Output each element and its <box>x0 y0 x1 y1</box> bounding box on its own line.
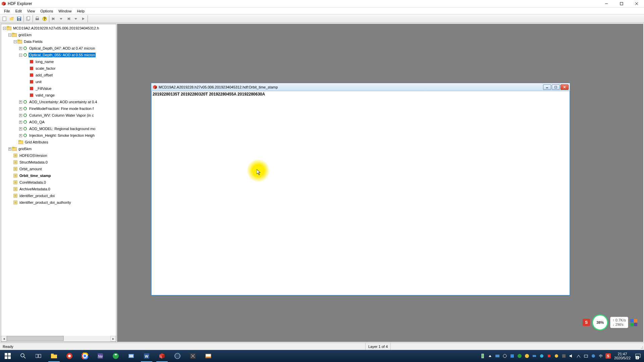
menu-options[interactable]: Options <box>38 8 56 14</box>
tray-network-icon[interactable] <box>583 350 589 362</box>
menu-window[interactable]: Window <box>56 8 74 14</box>
tray-icon[interactable] <box>575 350 582 362</box>
tray-icon[interactable] <box>509 350 516 362</box>
tree-identifier-doi-auth[interactable]: identifier_product_doi_authority <box>2 199 116 206</box>
tree-attr-scale-factor[interactable]: scale_factor <box>2 65 116 72</box>
menu-file[interactable]: File <box>1 8 13 14</box>
tray-icon[interactable] <box>553 350 560 362</box>
maximize-button[interactable] <box>614 0 629 7</box>
tree-h-scrollbar[interactable]: ◂ ▸ <box>1 336 116 342</box>
taskbar-app-1[interactable] <box>62 350 77 362</box>
taskbar-word[interactable]: W <box>139 350 154 362</box>
child-maximize-button[interactable] <box>552 84 560 90</box>
child-close-button[interactable] <box>560 84 569 90</box>
toolbar-down-button[interactable] <box>57 15 65 22</box>
tree-root[interactable]: − MCD19A2.A2019228.h27v05.006.2019234045… <box>2 25 116 32</box>
toolbar-save-button[interactable] <box>15 15 23 22</box>
tree-orbit-amount[interactable]: Orbit_amount <box>2 166 116 172</box>
tree-column-wv[interactable]: + Column_WV: Column Water Vapor (in c <box>2 112 116 119</box>
toolbar-down2-button[interactable] <box>72 15 79 22</box>
child-window[interactable]: MCD19A2.A2019228.h27v05.006.201923404531… <box>151 83 570 296</box>
expander-icon[interactable]: + <box>19 47 22 50</box>
toolbar-open-button[interactable] <box>8 15 15 22</box>
search-button[interactable] <box>15 350 31 362</box>
expander-icon[interactable]: + <box>19 121 22 124</box>
expander-icon[interactable]: + <box>19 127 22 130</box>
tray-icon[interactable] <box>538 350 545 362</box>
task-view-button[interactable] <box>31 350 46 362</box>
taskbar-app-6[interactable] <box>185 350 201 362</box>
tree-fine-mode[interactable]: + FineModeFraction: Fine mode fraction f <box>2 105 116 112</box>
sogou-widget-icon[interactable]: S <box>583 319 590 326</box>
expander-icon[interactable]: − <box>3 27 6 30</box>
tree-grid5km[interactable]: + grid5km <box>2 145 116 152</box>
toolbar-new-button[interactable] <box>1 15 8 22</box>
tree-attr-long-name[interactable]: long_name <box>2 58 116 65</box>
tree-attr-fill-value[interactable]: _FillValue <box>2 85 116 92</box>
scroll-track[interactable] <box>7 336 110 342</box>
expander-icon[interactable]: − <box>8 34 11 37</box>
toolbar-help-button[interactable]: ? <box>41 15 48 22</box>
tree-attr-unit[interactable]: unit <box>2 78 116 85</box>
taskbar-clock[interactable]: 21:47 2020/5/22 <box>612 352 633 360</box>
expander-icon[interactable]: + <box>19 101 22 104</box>
taskbar-hdf-explorer[interactable] <box>154 350 170 362</box>
tree-injection-height[interactable]: + Injection_Height: Smoke Injection Heig… <box>2 132 116 139</box>
tree-od-055[interactable]: − Optical_Depth_055: AOD at 0.55 micron <box>2 52 116 58</box>
taskbar-app-2[interactable]: Ne <box>93 350 108 362</box>
menu-edit[interactable]: Edit <box>13 8 24 14</box>
tree-archive-metadata[interactable]: ArchiveMetadata.0 <box>2 186 116 192</box>
expander-icon[interactable]: − <box>14 40 17 43</box>
child-titlebar[interactable]: MCD19A2.A2019228.h27v05.006.201923404531… <box>151 83 570 91</box>
toolbar-last-button[interactable] <box>65 15 72 22</box>
tree-identifier-doi[interactable]: identifier_product_doi <box>2 192 116 199</box>
tree-od-047[interactable]: + Optical_Depth_047: AOD at 0.47 micron <box>2 45 116 52</box>
tray-icon[interactable] <box>524 350 530 362</box>
tray-icon[interactable] <box>531 350 538 362</box>
resize-grip-icon[interactable] <box>637 343 644 350</box>
expander-icon[interactable]: − <box>19 54 22 57</box>
expander-icon[interactable]: + <box>19 107 22 110</box>
tray-expand-icon[interactable] <box>487 350 493 362</box>
tree-aod-uncertainty[interactable]: + AOD_Uncertainty: AOD uncertainty at 0.… <box>2 99 116 105</box>
menu-help[interactable]: Help <box>74 8 87 14</box>
tree-content[interactable]: − MCD19A2.A2019228.h27v05.006.2019234045… <box>1 24 116 336</box>
action-center-button[interactable]: 2 <box>633 350 643 362</box>
taskbar-app-4[interactable] <box>123 350 139 362</box>
taskbar-app-7[interactable] <box>201 350 216 362</box>
tray-battery-icon[interactable] <box>479 350 486 362</box>
toolbar-copy-button[interactable] <box>24 15 32 22</box>
tray-icon[interactable] <box>516 350 523 362</box>
tree-attr-valid-range[interactable]: valid_range <box>2 92 116 99</box>
scroll-left-button[interactable]: ◂ <box>1 336 7 342</box>
tree-core-metadata[interactable]: CoreMetadata.0 <box>2 179 116 186</box>
taskbar-app-5[interactable] <box>170 350 185 362</box>
toolbar-first-button[interactable] <box>50 15 57 22</box>
tray-icon[interactable] <box>501 350 508 362</box>
color-grid-widget[interactable] <box>630 319 637 326</box>
tray-volume-icon[interactable] <box>568 350 575 362</box>
tray-sogou-icon[interactable]: S <box>605 350 611 362</box>
start-button[interactable] <box>0 350 15 362</box>
network-speed-widget[interactable]: ↑ 0.7K/s ↓ 2M/s <box>610 317 628 328</box>
menu-view[interactable]: View <box>24 8 38 14</box>
scroll-right-button[interactable]: ▸ <box>110 336 116 342</box>
tree-hdfeos-version[interactable]: HDFEOSVersion <box>2 152 116 159</box>
taskbar-file-explorer[interactable] <box>46 350 62 362</box>
expander-icon[interactable]: + <box>19 134 22 137</box>
tree-aod-qa[interactable]: + AOD_QA <box>2 119 116 125</box>
scroll-thumb[interactable] <box>7 336 64 341</box>
close-button[interactable] <box>629 0 644 7</box>
expander-icon[interactable]: + <box>8 147 11 150</box>
child-minimize-button[interactable] <box>543 84 551 90</box>
tray-icon[interactable] <box>560 350 567 362</box>
tree-data-fields[interactable]: − Data Fields <box>2 38 116 45</box>
tray-icon[interactable] <box>590 350 597 362</box>
expander-icon[interactable]: + <box>19 114 22 117</box>
tree-attr-add-offset[interactable]: add_offset <box>2 72 116 78</box>
taskbar-app-3[interactable] <box>108 350 123 362</box>
tree-struct-metadata[interactable]: StructMetadata.0 <box>2 159 116 166</box>
toolbar-print-button[interactable] <box>34 15 41 22</box>
tree-orbit-time-stamp[interactable]: Orbit_time_stamp <box>2 172 116 179</box>
tray-icon[interactable] <box>494 350 501 362</box>
